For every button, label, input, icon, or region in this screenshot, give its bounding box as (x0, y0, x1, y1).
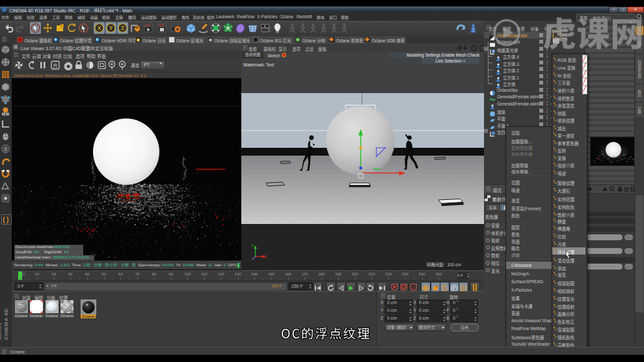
svg-text:R: R (53, 63, 57, 69)
svg-text:Z: Z (121, 25, 124, 31)
svg-text:Y: Y (251, 244, 254, 248)
svg-text:?: ? (412, 285, 415, 289)
svg-text:S: S (3, 146, 7, 152)
svg-text:X: X (264, 255, 267, 259)
svg-text:X: X (98, 25, 101, 31)
svg-text:Y: Y (109, 25, 113, 31)
svg-text:P: P (453, 286, 455, 290)
